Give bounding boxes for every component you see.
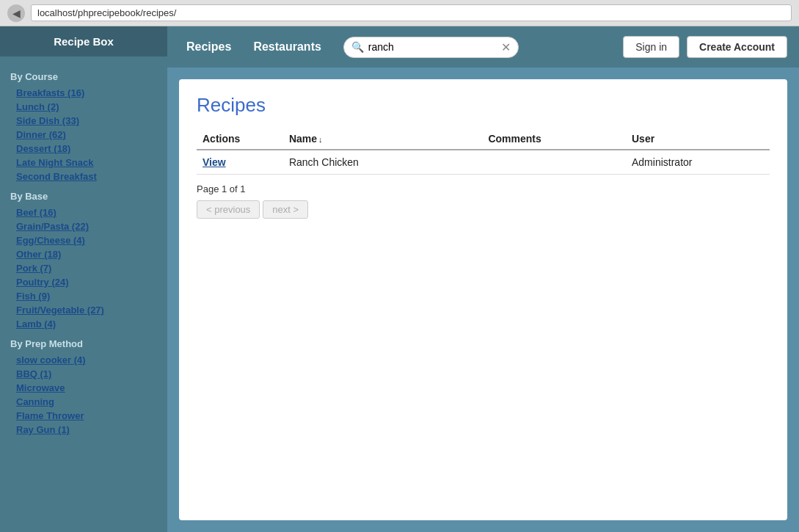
sidebar: Recipe Box By CourseBreakfasts (16)Lunch… bbox=[0, 26, 167, 532]
search-input[interactable] bbox=[368, 41, 497, 53]
table-header-row: Actions Name↓ Comments User bbox=[197, 128, 770, 150]
table-cell-comments bbox=[482, 150, 626, 175]
url-bar[interactable]: localhost/phprecipebook/recipes/ bbox=[31, 4, 792, 21]
create-account-button[interactable]: Create Account bbox=[687, 36, 787, 58]
sidebar-item-poultry[interactable]: Poultry (24) bbox=[10, 275, 157, 289]
main-content: Recipes Restaurants 🔍 ✕ Sign in Create A… bbox=[167, 26, 799, 532]
back-button[interactable]: ◀ bbox=[7, 4, 25, 22]
col-header-name[interactable]: Name↓ bbox=[283, 128, 483, 150]
sidebar-item-late-night-snack[interactable]: Late Night Snack bbox=[10, 156, 157, 170]
table-header: Actions Name↓ Comments User bbox=[197, 128, 770, 150]
browser-chrome: ◀ localhost/phprecipebook/recipes/ bbox=[0, 0, 799, 26]
sidebar-item-side-dish[interactable]: Side Dish (33) bbox=[10, 114, 157, 128]
col-header-user: User bbox=[626, 128, 770, 150]
signin-button[interactable]: Sign in bbox=[623, 36, 679, 58]
view-link[interactable]: View bbox=[203, 156, 226, 168]
search-clear-icon[interactable]: ✕ bbox=[501, 40, 511, 54]
sidebar-title: Recipe Box bbox=[0, 26, 167, 57]
recipes-panel: Recipes Actions Name↓ Comments User View… bbox=[179, 79, 787, 520]
sidebar-section-label: By Base bbox=[10, 191, 157, 202]
search-bar: 🔍 ✕ bbox=[343, 37, 519, 58]
sidebar-item-pork[interactable]: Pork (7) bbox=[10, 261, 157, 275]
table-cell-name: Ranch Chicken bbox=[283, 150, 483, 175]
table-cell-user: Administrator bbox=[626, 150, 770, 175]
sidebar-item-breakfasts[interactable]: Breakfasts (16) bbox=[10, 86, 157, 100]
sidebar-item-lamb[interactable]: Lamb (4) bbox=[10, 317, 157, 331]
pagination-buttons: < previous next > bbox=[197, 200, 770, 219]
sidebar-item-fruit-vegetable[interactable]: Fruit/Vegetable (27) bbox=[10, 303, 157, 317]
sidebar-item-second-breakfast[interactable]: Second Breakfast bbox=[10, 170, 157, 183]
page-wrapper: Recipe Box By CourseBreakfasts (16)Lunch… bbox=[0, 26, 799, 532]
sidebar-item-fish[interactable]: Fish (9) bbox=[10, 289, 157, 303]
table-row: ViewRanch ChickenAdministrator bbox=[197, 150, 770, 175]
sidebar-item-egg-cheese[interactable]: Egg/Cheese (4) bbox=[10, 233, 157, 247]
sidebar-section-label: By Course bbox=[10, 71, 157, 82]
sidebar-item-bbq[interactable]: BBQ (1) bbox=[10, 367, 157, 381]
sidebar-item-canning[interactable]: Canning bbox=[10, 395, 157, 409]
sidebar-item-dinner[interactable]: Dinner (62) bbox=[10, 128, 157, 142]
search-icon: 🔍 bbox=[351, 41, 364, 53]
sidebar-item-microwave[interactable]: Microwave bbox=[10, 381, 157, 395]
table-cell-action: View bbox=[197, 150, 283, 175]
pagination-info: Page 1 of 1 bbox=[197, 183, 770, 194]
nav-restaurants[interactable]: Restaurants bbox=[246, 36, 328, 58]
col-header-actions: Actions bbox=[197, 128, 283, 150]
table-body: ViewRanch ChickenAdministrator bbox=[197, 150, 770, 175]
sidebar-content: By CourseBreakfasts (16)Lunch (2)Side Di… bbox=[0, 57, 167, 444]
sidebar-item-grain-pasta[interactable]: Grain/Pasta (22) bbox=[10, 219, 157, 233]
recipes-table: Actions Name↓ Comments User ViewRanch Ch… bbox=[197, 128, 770, 175]
nav-recipes[interactable]: Recipes bbox=[179, 36, 238, 58]
sort-icon[interactable]: ↓ bbox=[318, 135, 323, 144]
sidebar-item-ray-gun[interactable]: Ray Gun (1) bbox=[10, 423, 157, 437]
sidebar-item-beef[interactable]: Beef (16) bbox=[10, 205, 157, 219]
sidebar-section-label: By Prep Method bbox=[10, 338, 157, 349]
sidebar-item-lunch[interactable]: Lunch (2) bbox=[10, 100, 157, 114]
top-nav: Recipes Restaurants 🔍 ✕ Sign in Create A… bbox=[167, 26, 799, 68]
next-button[interactable]: next > bbox=[263, 200, 308, 219]
sidebar-item-other[interactable]: Other (18) bbox=[10, 247, 157, 261]
col-header-comments: Comments bbox=[482, 128, 626, 150]
sidebar-item-slow-cooker[interactable]: slow cooker (4) bbox=[10, 353, 157, 367]
recipes-title: Recipes bbox=[197, 94, 770, 117]
sidebar-item-flame-thrower[interactable]: Flame Thrower bbox=[10, 409, 157, 423]
sidebar-item-dessert[interactable]: Dessert (18) bbox=[10, 142, 157, 156]
prev-button[interactable]: < previous bbox=[197, 200, 260, 219]
